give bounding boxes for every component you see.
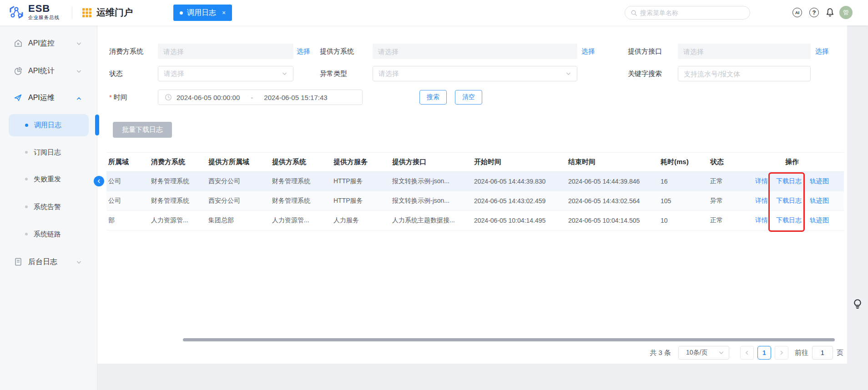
provider-system-field[interactable] [373, 44, 577, 59]
cell-consumer-system: 人力资源管... [146, 211, 204, 230]
menu-search-box[interactable] [625, 6, 750, 20]
column-header-1: 所属域 [106, 153, 146, 172]
esb-logo-icon [8, 4, 25, 20]
batch-download-button[interactable]: 批量下载日志 [113, 122, 172, 138]
tab-call-log[interactable]: 调用日志 × [173, 5, 232, 21]
ai-assistant-icon[interactable]: AI [792, 8, 802, 17]
lightbulb-tip-icon[interactable] [852, 298, 863, 310]
menu-search-input[interactable] [640, 9, 744, 16]
sidebar-subitem-subscribe-log[interactable]: 订阅日志 [9, 143, 89, 162]
tab-label: 调用日志 [187, 8, 216, 18]
page-size-select[interactable]: 10条/页 [678, 346, 729, 360]
document-icon [14, 257, 23, 266]
download-log-link[interactable]: 下载日志 [776, 177, 802, 185]
goto-page-input[interactable] [812, 346, 833, 360]
chevron-right-icon [779, 350, 784, 355]
download-log-link[interactable]: 下载日志 [776, 216, 802, 224]
trace-link[interactable]: 轨迹图 [810, 197, 829, 204]
consumer-system-select-link[interactable]: 选择 [297, 44, 310, 59]
prev-page-button[interactable] [740, 346, 754, 360]
provider-interface-field[interactable] [678, 44, 811, 59]
tab-active-dot [180, 11, 183, 15]
consumer-system-label: 消费方系统 [109, 44, 143, 59]
table-row[interactable]: 公司财务管理系统西安分公司财务管理系统HTTP服务报文转换示例-json...2… [106, 172, 844, 191]
time-range-picker[interactable]: 2024-06-05 00:00:00 - 2024-06-05 15:17:4… [158, 90, 363, 105]
provider-system-input[interactable] [378, 48, 572, 55]
sidebar-subitem-system-alert[interactable]: 系统告警 [9, 197, 89, 216]
cell-start-time: 2024-06-05 10:04:14.495 [469, 211, 564, 230]
cell-consumer-system: 财务管理系统 [146, 172, 204, 191]
sidebar-subitem-system-trace[interactable]: 系统链路 [9, 225, 89, 244]
tab-close-icon[interactable]: × [222, 9, 226, 16]
sidebar-item-backend-log[interactable]: 后台日志 [0, 251, 97, 273]
goto-unit: 页 [837, 349, 843, 357]
sidebar-subitem-call-log[interactable]: 调用日志 [9, 114, 89, 136]
pagination: 共 3 条 10条/页 1 前往 页 [650, 345, 843, 360]
horizontal-scrollbar-thumb[interactable] [183, 338, 835, 341]
chevron-down-icon [282, 71, 288, 77]
chevron-down-icon [76, 40, 82, 46]
ops-monitor-icon [14, 93, 23, 102]
column-header-5: 提供方服务 [329, 153, 388, 172]
consumer-system-field[interactable] [158, 44, 293, 59]
chevron-up-icon [76, 95, 82, 101]
detail-link[interactable]: 详情 [755, 197, 768, 204]
cell-status: 异常 [706, 191, 740, 211]
column-header-11: 操作 [740, 153, 844, 172]
goto-label: 前往 [795, 349, 808, 357]
grid-icon [82, 8, 92, 18]
cell-actions: 详情下载日志轨迹图 [740, 172, 844, 191]
clear-button[interactable]: 清空 [455, 90, 482, 105]
brand-name: ESB [28, 4, 60, 14]
trace-link[interactable]: 轨迹图 [810, 177, 829, 185]
brand-logo: ESB 企业服务总线 [8, 4, 60, 21]
keyword-input[interactable] [684, 70, 805, 78]
cell-provider-domain: 集团总部 [204, 211, 267, 230]
status-label: 状态 [109, 66, 123, 81]
sidebar-item-api-ops[interactable]: API运维 [0, 87, 97, 109]
help-icon[interactable]: ? [809, 8, 819, 17]
active-menu-indicator-bar [95, 115, 99, 135]
chevron-down-icon [718, 350, 724, 356]
consumer-system-input[interactable] [163, 48, 288, 55]
detail-link[interactable]: 详情 [755, 177, 768, 185]
exception-type-label: 异常类型 [320, 66, 347, 81]
search-button[interactable]: 搜索 [419, 90, 447, 105]
download-log-link[interactable]: 下载日志 [776, 197, 802, 204]
search-icon [631, 10, 637, 16]
provider-interface-select-link[interactable]: 选择 [815, 44, 829, 59]
pie-chart-icon [14, 66, 23, 75]
table-row[interactable]: 公司财务管理系统西安分公司财务管理系统HTTP服务报文转换示例-json...2… [106, 191, 844, 211]
bullet-dot-icon [25, 151, 28, 154]
portal-switcher[interactable]: 运维门户 [82, 6, 133, 19]
content-panel: 消费方系统 选择 提供方系统 选择 提供方接口 选择 状态 请选择 异常类型 请… [97, 25, 847, 364]
provider-interface-input[interactable] [683, 48, 805, 55]
next-page-button[interactable] [775, 346, 788, 360]
page-number-button[interactable]: 1 [757, 346, 771, 360]
cell-end-time: 2024-06-05 14:43:02.564 [564, 191, 656, 211]
sidebar: API监控 API统计 API运维 调用日志 [0, 25, 97, 390]
cell-consumer-system: 财务管理系统 [146, 191, 204, 211]
exception-type-select[interactable]: 请选择 [373, 66, 577, 81]
keyword-field[interactable] [678, 66, 811, 81]
user-avatar[interactable]: 管 [839, 6, 853, 19]
sidebar-item-api-stats[interactable]: API统计 [0, 60, 97, 82]
detail-link[interactable]: 详情 [755, 216, 768, 224]
log-table: 所属域消费方系统提供方所属域提供方系统提供方服务提供方接口开始时间结束时间耗时(… [106, 152, 844, 230]
cell-provider-system: 财务管理系统 [267, 172, 329, 191]
trace-link[interactable]: 轨迹图 [810, 216, 829, 224]
notifications-bell-icon[interactable] [825, 7, 835, 20]
sidebar-item-api-monitor[interactable]: API监控 [0, 32, 97, 54]
top-header: ESB 企业服务总线 运维门户 调用日志 × [0, 0, 868, 25]
column-header-7: 开始时间 [469, 153, 564, 172]
cell-status: 正常 [706, 211, 740, 230]
sidebar-collapse-button[interactable] [94, 176, 104, 186]
provider-system-select-link[interactable]: 选择 [581, 44, 595, 59]
status-select[interactable]: 请选择 [158, 66, 293, 81]
cell-cost-ms: 16 [656, 172, 706, 191]
table-row[interactable]: 部人力资源管...集团总部人力资源管...人力服务人力系统主题数据接...202… [106, 211, 844, 230]
bullet-dot-icon [25, 178, 28, 180]
sidebar-subitem-retry[interactable]: 失败重发 [9, 170, 89, 189]
cell-cost-ms: 105 [656, 191, 706, 211]
cell-start-time: 2024-06-05 14:43:02.459 [469, 191, 564, 211]
